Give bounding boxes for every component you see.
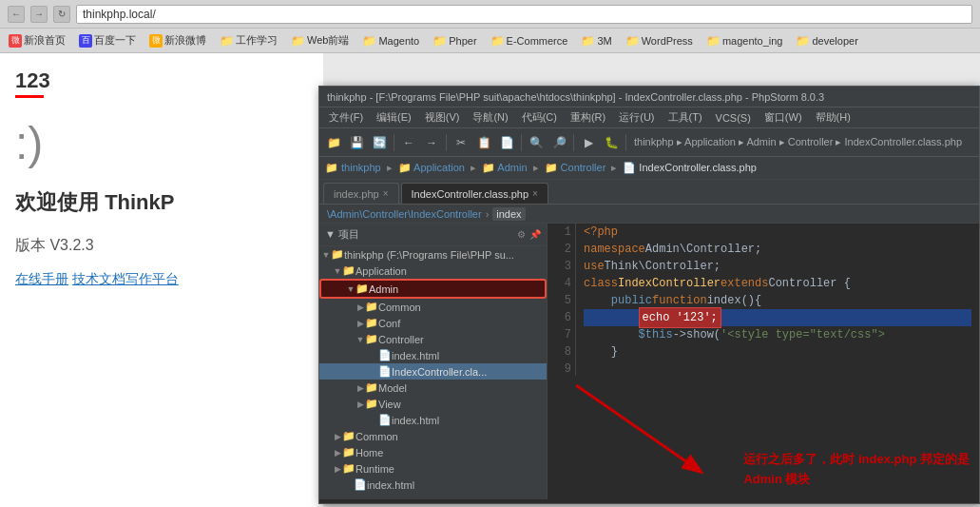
bookmark-icon-baidu: 百 [79, 34, 92, 48]
forward-button[interactable]: → [30, 6, 48, 23]
menu-view[interactable]: 视图(V) [419, 108, 466, 127]
tab-thinkphp[interactable]: 📁 thinkphp [325, 162, 381, 174]
tree-label: Common [378, 302, 421, 313]
code-token: $this [639, 326, 673, 343]
code-token: Think\Controller; [605, 258, 721, 275]
tree-controller[interactable]: ▼ 📁 Controller [319, 331, 547, 347]
bookmark-web[interactable]: 📁 Web前端 [286, 31, 354, 49]
tree-view[interactable]: ▶ 📁 View [319, 396, 547, 412]
sidebar-pin-icon[interactable]: 📌 [529, 229, 541, 240]
code-token: ->show( [673, 326, 721, 343]
tool-forward[interactable]: → [421, 132, 442, 153]
code-token [584, 326, 639, 343]
back-button[interactable]: ← [8, 6, 25, 23]
ide-menubar: 文件(F) 编辑(E) 视图(V) 导航(N) 代码(C) 重构(R) 运行(U… [319, 107, 979, 128]
bookmark-phper[interactable]: 📁 Phper [428, 32, 481, 49]
sidebar-header: ▼ 项目 ⚙ 📌 [319, 224, 547, 246]
tree-label: Model [378, 382, 407, 394]
tool-back[interactable]: ← [398, 132, 419, 153]
bookmark-icon-weibo: 微 [149, 34, 163, 48]
folder-icon: 📁 [355, 283, 369, 295]
tree-thinkphp[interactable]: ▼ 📁 thinkphp (F:\Programs File\PHP su... [319, 246, 547, 263]
tree-indexcontroller-file[interactable]: 📄 IndexController.cla... [319, 363, 547, 380]
bookmark-3m[interactable]: 📁 3M [576, 32, 616, 49]
menu-code[interactable]: 代码(C) [516, 108, 563, 127]
menu-window[interactable]: 窗口(W) [759, 108, 808, 127]
docs-link[interactable]: 技术文档写作平台 [72, 271, 179, 286]
separator: ▸ [533, 162, 539, 174]
code-line-3: use Think\Controller; [584, 258, 971, 275]
code-line-8: } [584, 343, 971, 361]
tool-sync[interactable]: 🔄 [369, 132, 390, 153]
tab-close-icon[interactable]: × [532, 188, 538, 199]
tree-common[interactable]: ▶ 📁 Common [319, 299, 547, 315]
separator: ▸ [471, 162, 476, 174]
menu-help[interactable]: 帮助(H) [810, 108, 856, 127]
url-bar[interactable]: thinkphp.local/ [76, 5, 972, 24]
bookmark-ecommerce[interactable]: 📁 E-Commerce [486, 32, 573, 49]
tree-label: thinkphp (F:\Programs File\PHP su... [344, 249, 514, 261]
tool-run[interactable]: ▶ [578, 132, 599, 153]
tab-close-icon[interactable]: × [383, 188, 389, 199]
tree-index-html-1[interactable]: 📄 index.html [319, 347, 547, 363]
tree-common-top[interactable]: ▶ 📁 Common [319, 428, 547, 444]
tree-model[interactable]: ▶ 📁 Model [319, 380, 547, 396]
ide-title: thinkphp - [F:\Programs File\PHP suit\ap… [327, 91, 824, 103]
tool-save[interactable]: 💾 [346, 132, 367, 153]
menu-file[interactable]: 文件(F) [323, 108, 369, 127]
tab-indexphp[interactable]: index.php × [323, 183, 399, 204]
tool-replace[interactable]: 🔎 [548, 132, 569, 153]
tree-root-index-html[interactable]: 📄 index.html [319, 477, 547, 493]
ide-sidebar: ▼ 项目 ⚙ 📌 ▼ 📁 thinkphp (F:\Programs File\… [319, 224, 548, 499]
version-text: 版本 V3.2.3 [15, 236, 308, 256]
tree-index-html-2[interactable]: 📄 index.html [319, 412, 547, 428]
tree-label: Home [355, 447, 383, 458]
bookmark-magento-ing[interactable]: 📁 magento_ing [701, 32, 788, 49]
menu-nav[interactable]: 导航(N) [467, 108, 513, 127]
tool-cut[interactable]: ✂ [451, 132, 471, 153]
arrow-icon: ▶ [355, 383, 365, 393]
tool-copy[interactable]: 📋 [473, 132, 494, 153]
arrow-icon: ▶ [355, 400, 365, 409]
code-token: } [584, 343, 618, 361]
tree-label: Runtime [355, 463, 394, 475]
tab-indexcontroller[interactable]: 📄 IndexController.class.php [623, 162, 757, 174]
line-numbers: 1 2 3 4 5 6 7 8 9 [548, 224, 576, 376]
code-line-6: echo '123'; [584, 309, 971, 326]
tree-runtime[interactable]: ▶ 📁 Runtime [319, 460, 547, 477]
toolbar-separator [625, 134, 626, 151]
welcome-text: 欢迎使用 ThinkP [15, 188, 308, 217]
tool-open[interactable]: 📁 [323, 132, 344, 153]
sidebar-gear-icon[interactable]: ⚙ [517, 229, 526, 240]
bookmark-magento[interactable]: 📁 Magento [357, 32, 424, 49]
tool-search[interactable]: 🔍 [526, 132, 547, 153]
tree-home[interactable]: ▶ 📁 Home [319, 444, 547, 460]
tree-admin[interactable]: ▼ 📁 Admin [319, 279, 547, 299]
menu-refactor[interactable]: 重构(R) [565, 108, 611, 127]
code-breadcrumb: \Admin\Controller\IndexController › inde… [319, 205, 979, 224]
tool-paste[interactable]: 📄 [496, 132, 517, 153]
menu-vcs[interactable]: VCS(S) [710, 110, 757, 126]
folder-icon: 📁 [342, 462, 355, 475]
tree-conf[interactable]: ▶ 📁 Conf [319, 315, 547, 331]
bookmark-xinlang[interactable]: 微 新浪首页 [4, 31, 70, 49]
code-line-4: class IndexController extends Controller… [584, 275, 971, 292]
bookmark-developer[interactable]: 📁 developer [791, 32, 862, 49]
tree-application[interactable]: ▼ 📁 Application [319, 263, 547, 279]
menu-edit[interactable]: 编辑(E) [371, 108, 417, 127]
bookmark-weibo[interactable]: 微 新浪微博 [144, 31, 211, 49]
bookmark-wordpress[interactable]: 📁 WordPress [621, 32, 698, 49]
reload-button[interactable]: ↻ [53, 6, 70, 23]
menu-tools[interactable]: 工具(T) [663, 108, 708, 127]
path-display: thinkphp ▸ Application ▸ Admin ▸ Control… [634, 136, 962, 148]
tab-indexcontroller[interactable]: IndexController.class.php × [401, 183, 548, 204]
menu-run[interactable]: 运行(U) [613, 108, 660, 127]
bookmark-label: WordPress [642, 35, 693, 47]
tab-application[interactable]: 📁 Application [398, 162, 465, 174]
tab-controller[interactable]: 📁 Controller [545, 162, 606, 174]
bookmark-baidu[interactable]: 百 百度一下 [74, 31, 141, 49]
tab-admin[interactable]: 📁 Admin [482, 162, 528, 174]
tool-debug[interactable]: 🐛 [601, 132, 622, 153]
bookmark-study[interactable]: 📁 工作学习 [215, 31, 282, 49]
manual-link[interactable]: 在线手册 [15, 271, 68, 286]
